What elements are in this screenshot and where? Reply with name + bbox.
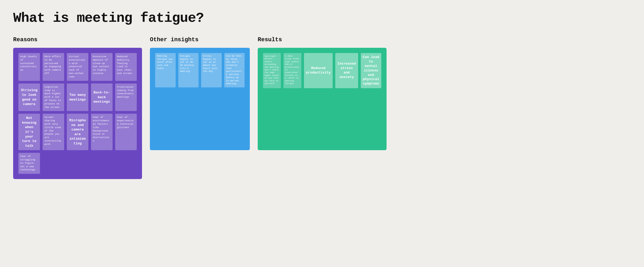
sticky-reasons-11: Not knowing when it's your turn to talk <box>18 114 40 150</box>
sticky-reasons-1: High levels of sustained concentration <box>18 53 40 81</box>
results-grid: Spotlight Effect: others attending the m… <box>263 53 381 88</box>
sticky-reasons-4: Excessive amounts of close-up eye contac… <box>91 53 113 81</box>
sticky-reasons-8: Too many meetings <box>67 83 88 111</box>
sticky-results-1: Spotlight Effect: others attending the m… <box>263 53 281 88</box>
insights-label: Other insights <box>150 36 250 43</box>
page-title: What is meeting fatigue? <box>13 11 631 26</box>
sticky-reasons-3: Virtual interactions with unnatural lack… <box>67 53 88 81</box>
insights-board: Meeting fatigue can occur after just one… <box>150 48 250 150</box>
reasons-board: High levels of sustained concentration M… <box>13 48 142 179</box>
sticky-results-3: Reduced productivity <box>304 53 333 88</box>
sticky-reasons-10: Frustration coming from unnecessary meet… <box>115 83 137 111</box>
sticky-results-2: A 2021 study found that almost 50% of pr… <box>283 53 301 88</box>
sticky-reasons-9: Back-to-back meetings <box>91 83 113 111</box>
insights-grid: Meeting fatigue can occur after just one… <box>155 53 245 87</box>
sticky-reasons-14: Fear of environmental factors like backg… <box>91 114 113 150</box>
sticky-reasons-15: Fear of experiencing technical glitches <box>115 114 137 150</box>
insights-section: Other insights Meeting fatigue can occur… <box>150 36 250 150</box>
sticky-results-4: Increased stress and anxiety <box>335 53 358 88</box>
results-label: Results <box>258 36 387 43</box>
sticky-reasons-6: Striving to look good on camera <box>18 83 40 111</box>
sticky-reasons-16: Fear of struggling to figure out a new t… <box>18 153 40 174</box>
sticky-results-5: Can lead to mental illness and physical … <box>361 53 381 88</box>
sticky-reasons-7: Cognitive load is much higher with a lot… <box>43 83 64 111</box>
sticky-reasons-13: Microphone and camera are intimidating <box>67 114 88 150</box>
results-section: Results Spotlight Effect: others attendi… <box>258 36 387 150</box>
sticky-reasons-2: More effort to be perceived as engaging … <box>43 53 64 81</box>
sticky-insights-3: Stress begins to set in at about two hou… <box>201 53 222 87</box>
reasons-grid: High levels of sustained concentration M… <box>18 53 137 174</box>
sections-row: Reasons High levels of sustained concent… <box>13 36 631 179</box>
sticky-insights-1: Meeting fatigue can occur after just one… <box>155 53 176 87</box>
sticky-reasons-5: Reduced mobility, feeling tied to your c… <box>115 53 137 81</box>
sticky-insights-4: Can be felt by those who don't normally … <box>224 53 245 87</box>
reasons-label: Reasons <box>13 36 142 43</box>
results-board: Spotlight Effect: others attending the m… <box>258 48 387 150</box>
sticky-reasons-12: Screen sharing with very little view of … <box>43 114 64 150</box>
sticky-insights-2: Fatigue begins to set in 30-40 minutes i… <box>178 53 199 87</box>
reasons-section: Reasons High levels of sustained concent… <box>13 36 142 179</box>
